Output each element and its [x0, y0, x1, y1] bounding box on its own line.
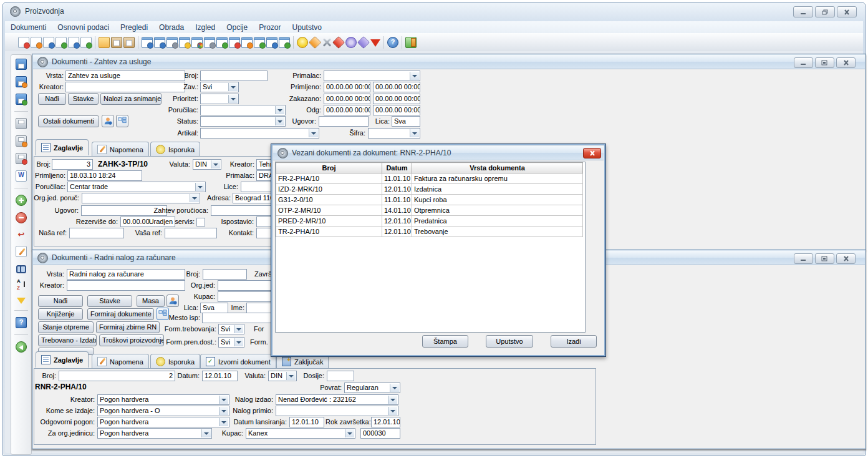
w1-ugovor-input[interactable] [319, 116, 369, 127]
dropdown-arrow-icon[interactable] [388, 396, 397, 404]
w2d-kupac-select[interactable]: Kanex [246, 428, 355, 439]
w2d-kreator-select[interactable]: Pogon hardvera [97, 394, 229, 405]
w1d-nasa-input[interactable] [69, 228, 124, 238]
w2-stanje-otpreme-button[interactable]: Stanje otpreme [38, 321, 94, 333]
dropdown-arrow-icon[interactable] [275, 117, 284, 125]
w1-stavke-button[interactable]: Stavke [68, 93, 99, 105]
w2-ftreb-select[interactable]: Svi [218, 324, 244, 334]
dropdown-arrow-icon[interactable] [275, 106, 284, 114]
w2d-lansiranja-input[interactable]: 12.01.10 [289, 417, 324, 427]
w1-tab-napomena[interactable]: Napomena [92, 142, 149, 157]
tag-violet-icon[interactable] [357, 36, 370, 48]
w2-trebovano-izdato-button[interactable]: Trebovano - Izdato [38, 334, 97, 346]
w2d-izdao-select[interactable]: Nenad Đorđević : 232162 [276, 394, 398, 405]
dialog-izadji-button[interactable]: Izađi [551, 335, 597, 348]
menu-dokumenti[interactable]: Dokumenti [5, 23, 52, 32]
col-vrsta[interactable]: Vrsta dokumenta [412, 163, 583, 173]
w2d-valuta-select[interactable]: DIN [268, 371, 297, 381]
w1-vrsta-input[interactable]: Zahtev za usluge [65, 71, 185, 81]
settings-gear-icon[interactable] [345, 37, 357, 48]
w1-titlebar[interactable]: Dokumenti - Zahtev za usluge [33, 55, 865, 69]
panel-list-icon[interactable] [142, 37, 153, 48]
dropdown-arrow-icon[interactable] [219, 418, 228, 426]
window-insert-icon[interactable] [266, 37, 277, 48]
w1d-vasa-input[interactable] [165, 228, 217, 238]
dialog-uputstvo-button[interactable]: Uputstvo [486, 335, 533, 348]
dropdown-arrow-icon[interactable] [228, 83, 238, 91]
menu-opcije[interactable]: Opcije [221, 23, 253, 32]
menu-izgled[interactable]: Izgled [190, 23, 221, 32]
w1-porucilac-select[interactable] [200, 105, 286, 115]
dropdown-arrow-icon[interactable] [228, 95, 238, 103]
w2-broj-input[interactable] [203, 269, 247, 280]
w1-nalozi-button[interactable]: Nalozi za snimanje [100, 93, 162, 105]
back-icon[interactable] [16, 341, 27, 353]
w1-primalac-select[interactable] [324, 71, 420, 81]
table-row[interactable]: TR-2-PHA/1012.01.10Trebovanje [276, 227, 583, 237]
w2-vrsta-input[interactable]: Radni nalog za računare [67, 269, 185, 280]
dropdown-arrow-icon[interactable] [190, 194, 199, 202]
w1-tab-zaglavlje[interactable]: Zaglavlje [36, 139, 89, 155]
menu-pregledi[interactable]: Pregledi [115, 23, 153, 32]
w1-zakazano-to[interactable]: 00.00.00 00:00 [373, 94, 420, 104]
dropdown-arrow-icon[interactable] [309, 129, 318, 137]
w1-person-info-icon[interactable] [102, 115, 114, 127]
w1-sifra-select[interactable] [368, 128, 420, 139]
table-row[interactable]: FR-2-PHA/1011.01.10Faktura za računarsku… [276, 173, 583, 184]
w2-maximize-button[interactable] [815, 253, 834, 264]
w1-minimize-button[interactable] [794, 57, 813, 68]
w1-zakazano-from[interactable]: 00.00.00 00:00 [324, 94, 370, 104]
dialog-document-list[interactable]: Broj Datum Vrsta dokumenta FR-2-PHA/1011… [275, 162, 586, 333]
menu-uputstvo[interactable]: Uputstvo [287, 23, 327, 32]
w2-formiraj-zbirne-button[interactable]: Formiraj zbirne RN [96, 321, 160, 333]
dialog-stampa-button[interactable]: Štampa [422, 335, 468, 348]
minimize-button[interactable] [793, 6, 813, 17]
w1-ostali-dokumenti-button[interactable]: Ostali dokumenti [38, 115, 99, 127]
w1-broj-input[interactable] [200, 71, 268, 81]
filter-triangle-icon[interactable] [370, 39, 380, 47]
w2d-odgovorni-select[interactable]: Pogon hardvera [97, 417, 229, 427]
menu-osnovni-podaci[interactable]: Osnovni podaci [52, 23, 115, 32]
save-export-icon[interactable] [16, 94, 27, 105]
dropdown-arrow-icon[interactable] [219, 407, 228, 415]
w2d-kome-select[interactable]: Pogon hardvera - O [97, 406, 229, 416]
w1-nadji-button[interactable]: Nađi [38, 93, 66, 105]
send-document-icon[interactable] [80, 37, 92, 48]
calendar-icon[interactable] [229, 37, 240, 48]
save-all-icon[interactable] [16, 76, 27, 87]
hint-bulb-icon[interactable] [297, 37, 308, 48]
w1d-broj-input[interactable]: 3 [52, 159, 93, 170]
sidebar-help-icon[interactable] [16, 317, 27, 328]
w2-close-button[interactable] [836, 253, 856, 264]
dropdown-arrow-icon[interactable] [201, 429, 211, 437]
export-word-icon[interactable] [16, 170, 27, 182]
dropdown-arrow-icon[interactable] [234, 338, 243, 346]
w2d-povrat-select[interactable]: Regularan [344, 382, 400, 393]
print-fast-icon[interactable] [16, 135, 27, 147]
dropdown-arrow-icon[interactable] [195, 183, 205, 191]
window-add-icon[interactable] [216, 37, 228, 48]
window-forward-icon[interactable] [254, 37, 265, 48]
w2-fpren-select[interactable]: Svi [218, 337, 244, 348]
dropdown-arrow-icon[interactable] [410, 72, 419, 80]
undo-icon[interactable] [16, 230, 26, 240]
w2-tab-isporuka[interactable]: Isporuka [150, 354, 200, 369]
w2-masa-button[interactable]: Masa [137, 295, 165, 307]
export-document-icon[interactable] [68, 37, 79, 48]
w2d-dosije-input[interactable] [327, 371, 354, 381]
close-button[interactable] [837, 6, 857, 17]
tag-red-icon[interactable] [332, 36, 345, 48]
window-back-icon[interactable] [166, 37, 178, 48]
window-user-icon[interactable] [241, 37, 253, 48]
w2-formiraj-dokumente-button[interactable]: Formiraj dokumente [87, 308, 154, 320]
dropdown-arrow-icon[interactable] [345, 429, 354, 437]
w2-person-info-icon[interactable] [166, 295, 179, 307]
w2-nadji-button[interactable]: Nađi [38, 295, 83, 307]
save-icon[interactable] [16, 59, 27, 70]
w2d-broj-input[interactable]: 2 [59, 371, 175, 381]
window-favorites-icon[interactable] [191, 37, 203, 48]
dropdown-arrow-icon[interactable] [219, 396, 228, 404]
menu-obrada[interactable]: Obrada [153, 23, 190, 32]
remove-icon[interactable] [16, 212, 27, 223]
dialog-titlebar[interactable]: Vezani dokumenti za dokument: RNR-2-PHA/… [273, 146, 604, 160]
